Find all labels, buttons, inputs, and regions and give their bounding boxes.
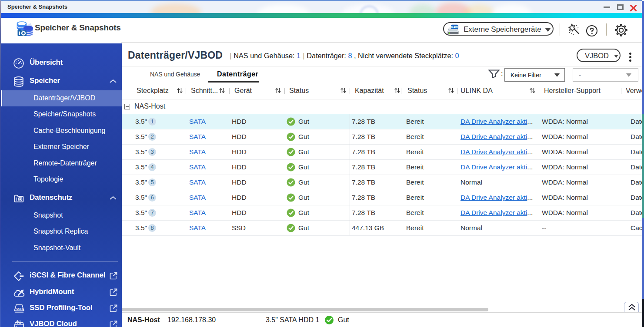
svg-text:SSD: SSD xyxy=(16,307,23,311)
svg-text:RAID: RAID xyxy=(451,26,458,29)
